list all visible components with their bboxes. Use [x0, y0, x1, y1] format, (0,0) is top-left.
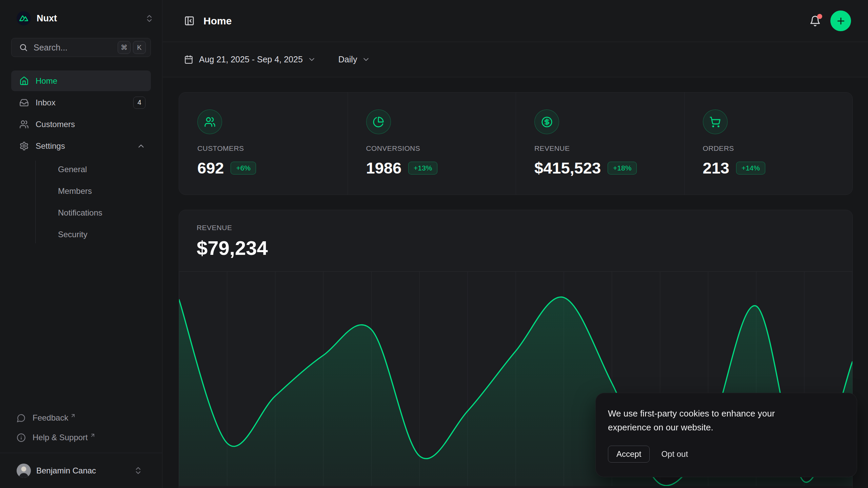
sidebar-nav: Home Inbox 4 Customers Settings Genera — [11, 70, 151, 245]
stat-value: 692 — [197, 159, 224, 177]
stat-card-revenue[interactable]: REVENUE $415,523 +18% — [516, 93, 684, 195]
sidebar-item-home[interactable]: Home — [11, 70, 151, 91]
add-button[interactable] — [830, 11, 851, 31]
workspace-switcher[interactable]: Nuxt — [0, 0, 162, 37]
message-bubble-icon — [17, 413, 26, 423]
users-icon — [197, 109, 222, 134]
brand-name: Nuxt — [37, 13, 145, 24]
dollar-circle-icon — [534, 109, 559, 134]
stat-card-orders[interactable]: ORDERS 213 +14% — [684, 93, 853, 195]
sidebar-item-settings[interactable]: Settings — [11, 136, 151, 156]
sidebar-item-label: Home — [36, 76, 145, 86]
stat-label: REVENUE — [534, 144, 666, 152]
stat-card-conversions[interactable]: CONVERSIONS 1986 +13% — [348, 93, 516, 195]
date-range-picker[interactable]: Aug 21, 2025 - Sep 4, 2025 — [184, 55, 316, 64]
pie-chart-icon — [366, 109, 391, 134]
external-link-icon — [90, 432, 96, 438]
stat-delta-badge: +18% — [608, 162, 637, 175]
stat-value: $415,523 — [534, 159, 601, 177]
search-placeholder: Search... — [34, 43, 115, 53]
stat-delta-badge: +13% — [408, 162, 437, 175]
stat-label: CUSTOMERS — [197, 144, 329, 152]
page-header: Home — [163, 0, 868, 42]
feedback-label: Feedback — [33, 413, 68, 423]
cookie-message: We use first-party cookies to enhance yo… — [608, 407, 818, 434]
notifications-button[interactable] — [809, 15, 821, 27]
stat-delta-badge: +6% — [231, 162, 256, 175]
stat-value: 213 — [703, 159, 729, 177]
nuxt-logo-icon — [17, 11, 31, 25]
info-circle-icon — [17, 433, 26, 442]
chevron-up-icon — [137, 142, 145, 150]
granularity-label: Daily — [338, 55, 357, 64]
revenue-panel-value: $79,234 — [197, 237, 835, 259]
gear-icon — [19, 141, 29, 151]
stat-delta-badge: +14% — [736, 162, 765, 175]
inbox-icon — [19, 98, 29, 107]
sidebar-item-label: Inbox — [36, 98, 133, 107]
settings-subnav: General Members Notifications Security — [22, 159, 140, 245]
accept-button[interactable]: Accept — [608, 446, 650, 463]
cookie-banner: We use first-party cookies to enhance yo… — [595, 393, 857, 477]
chevrons-up-down-icon — [134, 466, 143, 475]
sidebar-item-members[interactable]: Members — [46, 180, 140, 202]
sidebar-item-notifications[interactable]: Notifications — [46, 202, 140, 224]
user-menu[interactable]: Benjamin Canac — [0, 453, 162, 488]
date-range-label: Aug 21, 2025 - Sep 4, 2025 — [199, 55, 303, 64]
cart-icon — [703, 109, 728, 134]
revenue-panel-label: REVENUE — [197, 224, 835, 232]
sidebar-item-customers[interactable]: Customers — [11, 114, 151, 135]
avatar — [17, 464, 31, 478]
stats-row: CUSTOMERS 692 +6% CONVERSIONS 1986 +13% — [179, 92, 853, 195]
sidebar-item-security[interactable]: Security — [46, 224, 140, 245]
users-icon — [19, 120, 29, 129]
unread-dot — [817, 14, 822, 19]
sidebar-item-label: Settings — [36, 141, 137, 151]
help-support-label: Help & Support — [33, 433, 88, 442]
sidebar-collapse-icon[interactable] — [184, 16, 195, 26]
chevrons-up-down-icon — [145, 14, 154, 23]
search-icon — [19, 43, 28, 52]
stat-card-customers[interactable]: CUSTOMERS 692 +6% — [179, 93, 348, 195]
help-support-link[interactable]: Help & Support — [11, 428, 151, 447]
kbd-k: K — [133, 41, 146, 54]
feedback-link[interactable]: Feedback — [11, 408, 151, 428]
search-input[interactable]: Search... ⌘ K — [11, 38, 151, 57]
plus-icon — [836, 16, 846, 26]
opt-out-button[interactable]: Opt out — [661, 446, 688, 462]
stat-label: ORDERS — [703, 144, 834, 152]
sidebar-item-general[interactable]: General — [46, 159, 140, 180]
external-link-icon — [70, 413, 76, 419]
stat-label: CONVERSIONS — [366, 144, 498, 152]
page-title: Home — [203, 15, 809, 27]
sidebar: Nuxt Search... ⌘ K Home Inbox 4 — [0, 0, 162, 488]
stat-value: 1986 — [366, 159, 402, 177]
sidebar-item-label: Customers — [36, 120, 145, 129]
home-icon — [19, 76, 29, 86]
chevron-down-icon — [362, 55, 370, 64]
user-name: Benjamin Canac — [36, 466, 134, 475]
calendar-icon — [184, 55, 193, 64]
sidebar-item-inbox[interactable]: Inbox 4 — [11, 92, 151, 113]
inbox-unread-badge: 4 — [133, 97, 145, 109]
kbd-cmd: ⌘ — [118, 41, 131, 54]
granularity-select[interactable]: Daily — [338, 55, 371, 64]
toolbar: Aug 21, 2025 - Sep 4, 2025 Daily — [163, 42, 868, 77]
chevron-down-icon — [308, 55, 316, 64]
